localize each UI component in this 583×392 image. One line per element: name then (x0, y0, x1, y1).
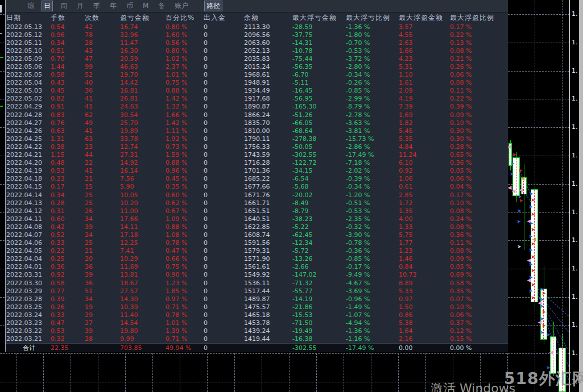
table-cell: -2.78 % (345, 111, 398, 119)
table-cell: -0.51 % (345, 199, 398, 207)
menu-item-4[interactable]: 月 (75, 1, 85, 10)
table-cell: 1.66 % (165, 111, 203, 119)
total-cell: 49.94 % (165, 344, 203, 352)
table-row[interactable]: 2022.04.280.836230.541.66 %01866.24-51.2… (6, 111, 508, 119)
table-cell: 7.39 (398, 103, 449, 110)
table-cell: 0 (203, 79, 243, 86)
table-row[interactable]: 2022.04.040.252010.290.66 %01571.90-13.2… (6, 255, 508, 263)
table-cell: 0 (203, 191, 243, 199)
table-row[interactable]: 2022.03.280.393414.300.97 %01489.87-14.1… (6, 295, 508, 303)
table-cell: -1.49 % (345, 303, 398, 311)
table-row[interactable]: 2022.05.061.449946.632.37 %02015.24-56.3… (6, 62, 508, 70)
table-cell: -62.45 (292, 231, 345, 239)
table-row[interactable]: 2022.04.110.603417.661.09 %01640.51-38.2… (6, 215, 508, 223)
table-row[interactable]: 2022.05.030.453616.810.88 %01934.49-16.4… (6, 87, 508, 95)
column-header-11: 最大浮盈比例 (449, 13, 508, 23)
table-row[interactable]: 2022.04.180.23217.560.45 %01685.22-6.54-… (6, 175, 508, 183)
table-row[interactable]: 2022.03.310.923913.810.90 %01549.92-147.… (6, 271, 508, 279)
table-row[interactable]: 2022.04.290.914124.631.32 %01890.87-165.… (6, 103, 508, 111)
price-axis-label: 1. (572, 236, 578, 244)
table-row[interactable]: 2022.03.250.261910.390.71 %01475.57-21.8… (6, 303, 508, 311)
menu-item-7[interactable]: 币 (125, 1, 135, 10)
table-cell: 17.66 (119, 215, 165, 223)
menu-item-8[interactable]: M (141, 1, 150, 10)
table-row[interactable]: 2022.04.270.764925.701.42 %01835.70-66.0… (6, 119, 508, 127)
table-cell: 2022.03.29 (6, 287, 50, 295)
table-row[interactable]: 2022.05.110.342811.470.56 %02063.60-14.3… (6, 39, 508, 47)
table-row[interactable]: 2022.03.230.472714.541.01 %01453.78-71.5… (6, 319, 508, 327)
table-row[interactable]: 2022.03.300.583618.671.23 %01536.11-71.3… (6, 279, 508, 287)
buy-arrow-icon: ➤ (517, 208, 522, 214)
close-triangle-icon: ◀ (519, 187, 523, 193)
menu-item-5[interactable]: 季 (92, 1, 102, 10)
sell-arrow-icon: ➤ (541, 310, 546, 315)
table-cell: -0.26 % (345, 79, 398, 86)
menu-item-9[interactable]: 备 (156, 1, 167, 10)
table-cell: 5.90 (119, 183, 165, 190)
table-row[interactable]: 2022.04.050.22217.410.47 %01579.31-5.72-… (6, 247, 508, 255)
table-cell: 0.12 % (449, 327, 508, 335)
table-cell: 27 (84, 319, 119, 327)
menu-item-1[interactable]: 综 (26, 1, 36, 10)
price-axis-label: 1. (572, 265, 578, 272)
table-row[interactable]: 2022.04.260.634119.891.11 %01810.00-68.6… (6, 127, 508, 135)
table-row[interactable]: 2022.05.090.704720.591.02 %02035.83-75.4… (6, 55, 508, 62)
table-cell: 1.82 (398, 119, 449, 127)
table-row[interactable]: 2022.04.060.332512.250.78 %01591.56-12.3… (6, 239, 508, 247)
menu-item-11[interactable]: 路径 (205, 1, 222, 10)
table-cell: 2022.03.31 (6, 271, 50, 278)
table-cell: 4.23 (398, 55, 449, 62)
table-row[interactable]: 2022.05.100.514316.300.80 %02052.13-10.7… (6, 47, 508, 55)
table-cell: -3.72 % (345, 55, 398, 62)
table-cell: 2022.04.15 (6, 183, 50, 190)
table-row[interactable]: 2022.05.120.967832.961.60 %02096.56-37.7… (6, 31, 508, 39)
price-axis-label: 1. (572, 123, 578, 131)
table-cell: 14.11 (119, 223, 165, 231)
table-row[interactable]: 2022.04.220.382312.740.73 %01756.33-50.0… (6, 143, 508, 151)
table-cell: 0.58 % (449, 280, 508, 287)
right-scrollbar[interactable] (579, 0, 583, 392)
table-row[interactable]: 2022.03.220.533919.801.39 %01439.24-19.4… (6, 327, 508, 335)
table-row[interactable]: 2022.04.140.342510.050.60 %01671.76-20.0… (6, 191, 508, 199)
buy-arrow-icon: ➤ (540, 304, 544, 309)
table-cell: -1.36 % (345, 23, 398, 31)
table-row[interactable]: 2022.04.010.363611.690.75 %01561.61-2.66… (6, 263, 508, 271)
table-row[interactable]: 2022.04.190.534116.140.96 %01701.36-34.1… (6, 167, 508, 175)
table-cell: 1.85 % (165, 287, 203, 295)
table-cell: -71.50 (292, 319, 345, 327)
table-cell: -0.78 % (345, 239, 398, 247)
table-row[interactable]: 2022.04.080.423914.110.88 %01622.85-5.22… (6, 223, 508, 231)
menu-item-6[interactable]: 年 (108, 1, 118, 10)
table-cell: -4.67 % (345, 280, 398, 287)
menu-item-3[interactable]: 周 (59, 1, 69, 10)
table-cell: -16.45 (292, 87, 345, 94)
menu-item-2[interactable]: 日 (42, 1, 52, 10)
table-row[interactable]: 2022.04.251.316333.781.92 %01790.11-278.… (6, 135, 508, 143)
table-row[interactable]: 2022.03.290.775127.571.85 %01517.44-55.7… (6, 287, 508, 295)
table-row[interactable]: 2022.04.200.482214.920.88 %01716.28-122.… (6, 159, 508, 167)
table-row[interactable]: 2022.04.150.17155.900.35 %01677.66-5.68-… (6, 183, 508, 191)
menu-item-10[interactable]: 账户 (173, 1, 190, 10)
table-row[interactable]: 2022.05.040.434014.420.75 %01948.91-5.11… (6, 79, 508, 87)
table-cell: 21 (84, 175, 119, 182)
table-cell: 2022.04.28 (6, 111, 50, 119)
table-cell: -1.16 % (345, 335, 398, 343)
table-row[interactable]: 2022.04.130.282510.200.62 %01661.71-8.49… (6, 199, 508, 207)
table-row[interactable]: 2022.04.070.522417.181.08 %01608.74-62.4… (6, 231, 508, 239)
table-cell: 11.24 (398, 151, 449, 159)
table-cell: 0.08 % (449, 47, 508, 55)
table-row[interactable]: 2022.03.240.332911.400.78 %01465.18-15.5… (6, 311, 508, 319)
table-row[interactable]: 2022.05.130.544216.740.80 %02113.30-28.5… (6, 23, 508, 31)
table-cell: 1.01 % (165, 319, 203, 327)
table-row[interactable]: 2022.05.020.824126.811.42 %01917.68-56.9… (6, 95, 508, 103)
table-cell: 5.75 (398, 231, 449, 239)
table-cell: 11.00 (119, 207, 165, 215)
table-row[interactable]: 2022.05.050.585219.701.01 %01968.61-6.70… (6, 71, 508, 79)
table-row[interactable]: 2022.04.211.154427.311.59 %01743.59-302.… (6, 151, 508, 159)
table-cell: 0 (203, 151, 243, 159)
table-cell: 1489.87 (243, 295, 292, 303)
table-row[interactable]: 2022.04.120.312611.000.67 %01651.51-8.79… (6, 207, 508, 215)
table-row[interactable]: 2022.03.210.32289.990.71 %01419.44-16.38… (6, 335, 508, 343)
table-cell: 1685.22 (243, 175, 292, 182)
table-cell: -4.94 % (345, 319, 398, 327)
